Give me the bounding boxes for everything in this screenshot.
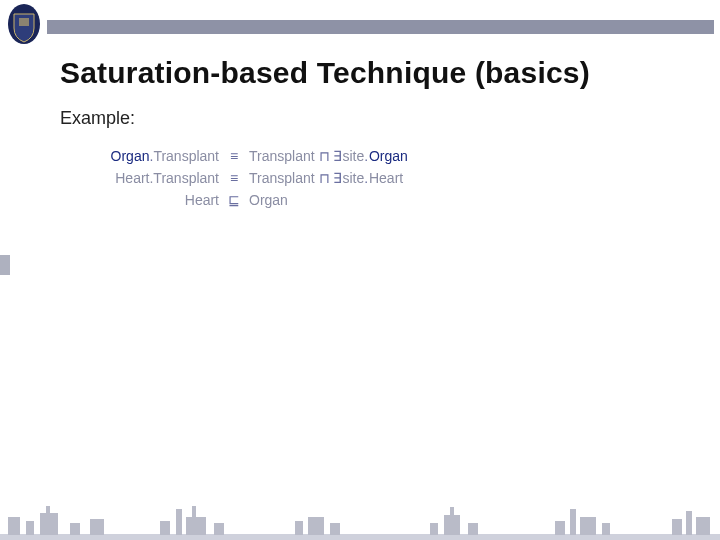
- axiom-lhs: Heart.Transplant: [0, 167, 225, 189]
- conjunction-icon: ⊓: [319, 148, 330, 164]
- concept-name: Heart: [185, 192, 219, 208]
- footer-ground: [0, 534, 720, 540]
- concept-name: Organ: [249, 192, 288, 208]
- axiom-row: Organ.Transplant ≡ Transplant ⊓ ∃site. O…: [0, 145, 720, 167]
- role-name: site: [342, 170, 364, 186]
- axiom-lhs: Heart: [0, 189, 225, 211]
- footer-skyline: [0, 506, 720, 540]
- concept-name: Heart.Transplant: [115, 170, 219, 186]
- slide-progress-marker: [0, 255, 10, 275]
- axiom-rhs: Organ: [243, 189, 288, 211]
- axiom-rhs: Transplant ⊓ ∃site. Organ: [243, 145, 408, 167]
- concept-name: Organ: [111, 148, 150, 164]
- axiom-row: Heart.Transplant ≡ Transplant ⊓ ∃site. H…: [0, 167, 720, 189]
- concept-name: Transplant: [249, 170, 315, 186]
- university-crest-icon: [6, 2, 42, 46]
- subsumption-icon: ⊑: [225, 189, 243, 211]
- axiom-rhs: Transplant ⊓ ∃site. Heart: [243, 167, 403, 189]
- role-name: site: [342, 148, 364, 164]
- axiom-lhs: Organ.Transplant: [0, 145, 225, 167]
- concept-name: Organ: [369, 148, 408, 164]
- slide-header: [0, 0, 720, 46]
- concept-name: Transplant: [153, 148, 219, 164]
- axiom-list: Organ.Transplant ≡ Transplant ⊓ ∃site. O…: [0, 145, 720, 211]
- axiom-row: Heart ⊑ Organ: [0, 189, 720, 211]
- slide-title: Saturation-based Technique (basics): [60, 56, 590, 90]
- equivalence-icon: ≡: [225, 145, 243, 167]
- concept-name: Heart: [369, 170, 403, 186]
- concept-name: Transplant: [249, 148, 315, 164]
- header-stripe: [47, 20, 714, 34]
- svg-rect-1: [19, 18, 29, 26]
- example-label: Example:: [60, 108, 135, 129]
- equivalence-icon: ≡: [225, 167, 243, 189]
- conjunction-icon: ⊓: [319, 170, 330, 186]
